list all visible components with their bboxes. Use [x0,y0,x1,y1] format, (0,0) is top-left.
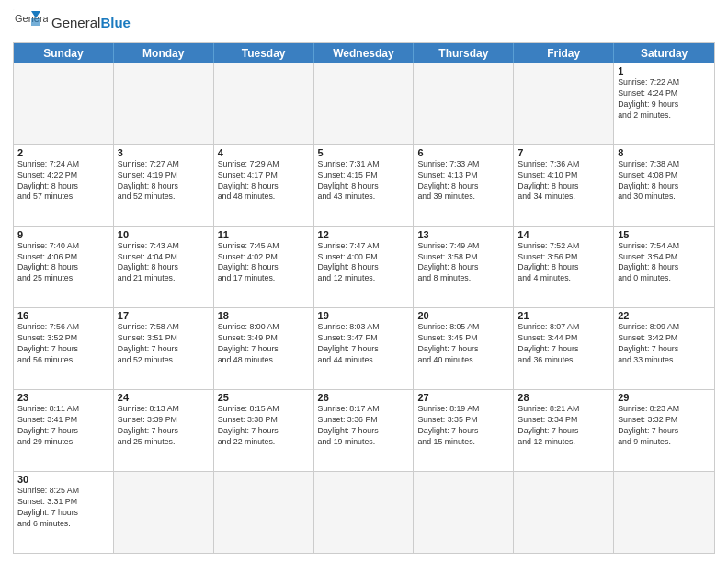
day-info: Sunrise: 8:25 AM Sunset: 3:31 PM Dayligh… [17,486,109,530]
day-info: Sunrise: 7:49 AM Sunset: 3:58 PM Dayligh… [417,241,509,285]
svg-rect-4 [31,18,40,26]
day-number: 4 [218,147,310,158]
day-info: Sunrise: 8:07 AM Sunset: 3:44 PM Dayligh… [518,322,609,366]
day-number: 27 [417,392,509,403]
day-number: 12 [318,229,410,240]
day-number: 9 [17,229,109,240]
day-info: Sunrise: 7:22 AM Sunset: 4:24 PM Dayligh… [618,77,711,121]
day-number: 6 [417,147,509,158]
calendar-cell-day-1: 1Sunrise: 7:22 AM Sunset: 4:24 PM Daylig… [614,63,714,144]
day-info: Sunrise: 7:58 AM Sunset: 3:51 PM Dayligh… [118,322,210,366]
calendar: SundayMondayTuesdayWednesdayThursdayFrid… [13,42,715,554]
day-number: 8 [618,147,711,158]
day-number: 21 [518,310,609,321]
day-info: Sunrise: 8:13 AM Sunset: 3:39 PM Dayligh… [118,404,210,448]
day-info: Sunrise: 8:05 AM Sunset: 3:45 PM Dayligh… [417,322,509,366]
day-info: Sunrise: 7:52 AM Sunset: 3:56 PM Dayligh… [518,241,609,285]
calendar-cell-day-7: 7Sunrise: 7:36 AM Sunset: 4:10 PM Daylig… [514,145,614,226]
calendar-cell-day-11: 11Sunrise: 7:45 AM Sunset: 4:02 PM Dayli… [214,227,314,308]
day-info: Sunrise: 8:21 AM Sunset: 3:34 PM Dayligh… [518,404,609,448]
calendar-row-2: 2Sunrise: 7:24 AM Sunset: 4:22 PM Daylig… [14,144,714,226]
calendar-cell-empty [214,472,314,553]
calendar-cell-empty [314,63,415,144]
calendar-cell-day-12: 12Sunrise: 7:47 AM Sunset: 4:00 PM Dayli… [314,227,415,308]
calendar-cell-day-18: 18Sunrise: 8:00 AM Sunset: 3:49 PM Dayli… [214,308,314,389]
calendar-cell-day-30: 30Sunrise: 8:25 AM Sunset: 3:31 PM Dayli… [14,472,114,553]
day-number: 25 [218,392,310,403]
calendar-row-5: 23Sunrise: 8:11 AM Sunset: 3:41 PM Dayli… [14,389,714,471]
day-number: 23 [17,392,109,403]
day-number: 5 [318,147,410,158]
calendar-weekday-friday: Friday [514,43,614,63]
calendar-cell-day-20: 20Sunrise: 8:05 AM Sunset: 3:45 PM Dayli… [414,308,514,389]
day-info: Sunrise: 8:00 AM Sunset: 3:49 PM Dayligh… [218,322,310,366]
calendar-cell-day-15: 15Sunrise: 7:54 AM Sunset: 3:54 PM Dayli… [614,227,714,308]
calendar-cell-day-25: 25Sunrise: 8:15 AM Sunset: 3:38 PM Dayli… [214,390,314,471]
day-info: Sunrise: 8:15 AM Sunset: 3:38 PM Dayligh… [218,404,310,448]
day-number: 14 [518,229,609,240]
calendar-header: SundayMondayTuesdayWednesdayThursdayFrid… [14,43,714,63]
calendar-cell-day-10: 10Sunrise: 7:43 AM Sunset: 4:04 PM Dayli… [114,227,214,308]
calendar-cell-day-23: 23Sunrise: 8:11 AM Sunset: 3:41 PM Dayli… [14,390,114,471]
day-number: 15 [618,229,711,240]
logo-wordmark: GeneralBlue [51,15,131,31]
day-info: Sunrise: 7:38 AM Sunset: 4:08 PM Dayligh… [618,159,711,203]
day-number: 10 [118,229,210,240]
day-info: Sunrise: 7:56 AM Sunset: 3:52 PM Dayligh… [17,322,109,366]
calendar-cell-empty [314,472,415,553]
day-number: 13 [417,229,509,240]
day-number: 7 [518,147,609,158]
calendar-cell-empty [214,63,314,144]
calendar-row-3: 9Sunrise: 7:40 AM Sunset: 4:06 PM Daylig… [14,226,714,308]
calendar-cell-day-4: 4Sunrise: 7:29 AM Sunset: 4:17 PM Daylig… [214,145,314,226]
calendar-cell-day-22: 22Sunrise: 8:09 AM Sunset: 3:42 PM Dayli… [614,308,714,389]
day-number: 30 [17,474,109,485]
calendar-cell-day-16: 16Sunrise: 7:56 AM Sunset: 3:52 PM Dayli… [14,308,114,389]
calendar-cell-day-3: 3Sunrise: 7:27 AM Sunset: 4:19 PM Daylig… [114,145,214,226]
day-info: Sunrise: 8:17 AM Sunset: 3:36 PM Dayligh… [318,404,410,448]
calendar-cell-day-14: 14Sunrise: 7:52 AM Sunset: 3:56 PM Dayli… [514,227,614,308]
calendar-cell-day-8: 8Sunrise: 7:38 AM Sunset: 4:08 PM Daylig… [614,145,714,226]
calendar-weekday-tuesday: Tuesday [214,43,314,63]
day-info: Sunrise: 7:27 AM Sunset: 4:19 PM Dayligh… [118,159,210,203]
calendar-row-4: 16Sunrise: 7:56 AM Sunset: 3:52 PM Dayli… [14,307,714,389]
logo-general: General [51,15,100,30]
day-info: Sunrise: 7:40 AM Sunset: 4:06 PM Dayligh… [17,241,109,285]
calendar-weekday-wednesday: Wednesday [314,43,415,63]
day-info: Sunrise: 7:24 AM Sunset: 4:22 PM Dayligh… [17,159,109,203]
calendar-weekday-monday: Monday [114,43,214,63]
day-number: 1 [618,65,711,76]
day-number: 18 [218,310,310,321]
calendar-cell-day-21: 21Sunrise: 8:07 AM Sunset: 3:44 PM Dayli… [514,308,614,389]
calendar-cell-day-6: 6Sunrise: 7:33 AM Sunset: 4:13 PM Daylig… [414,145,514,226]
day-info: Sunrise: 8:03 AM Sunset: 3:47 PM Dayligh… [318,322,410,366]
day-info: Sunrise: 8:23 AM Sunset: 3:32 PM Dayligh… [618,404,711,448]
calendar-cell-day-9: 9Sunrise: 7:40 AM Sunset: 4:06 PM Daylig… [14,227,114,308]
day-number: 28 [518,392,609,403]
calendar-cell-day-27: 27Sunrise: 8:19 AM Sunset: 3:35 PM Dayli… [414,390,514,471]
day-info: Sunrise: 7:33 AM Sunset: 4:13 PM Dayligh… [417,159,509,203]
calendar-cell-day-19: 19Sunrise: 8:03 AM Sunset: 3:47 PM Dayli… [314,308,415,389]
day-number: 20 [417,310,509,321]
calendar-row-6: 30Sunrise: 8:25 AM Sunset: 3:31 PM Dayli… [14,471,714,553]
day-info: Sunrise: 7:54 AM Sunset: 3:54 PM Dayligh… [618,241,711,285]
calendar-cell-day-24: 24Sunrise: 8:13 AM Sunset: 3:39 PM Dayli… [114,390,214,471]
day-number: 16 [17,310,109,321]
day-number: 11 [218,229,310,240]
calendar-cell-day-17: 17Sunrise: 7:58 AM Sunset: 3:51 PM Dayli… [114,308,214,389]
calendar-cell-empty [514,472,614,553]
logo: General GeneralBlue [13,9,131,37]
day-info: Sunrise: 7:36 AM Sunset: 4:10 PM Dayligh… [518,159,609,203]
day-info: Sunrise: 8:19 AM Sunset: 3:35 PM Dayligh… [417,404,509,448]
day-number: 22 [618,310,711,321]
calendar-cell-empty [114,63,214,144]
calendar-cell-empty [614,472,714,553]
day-number: 2 [17,147,109,158]
calendar-cell-empty [14,63,114,144]
day-info: Sunrise: 8:09 AM Sunset: 3:42 PM Dayligh… [618,322,711,366]
calendar-body: 1Sunrise: 7:22 AM Sunset: 4:24 PM Daylig… [14,63,714,553]
calendar-cell-day-13: 13Sunrise: 7:49 AM Sunset: 3:58 PM Dayli… [414,227,514,308]
calendar-weekday-sunday: Sunday [14,43,114,63]
day-info: Sunrise: 7:45 AM Sunset: 4:02 PM Dayligh… [218,241,310,285]
header: General GeneralBlue [13,9,715,37]
